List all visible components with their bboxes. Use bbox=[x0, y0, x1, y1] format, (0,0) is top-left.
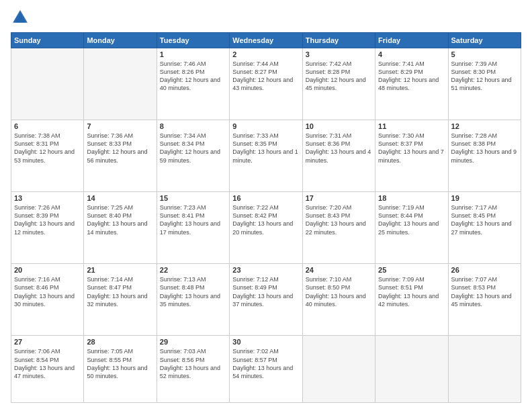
day-number: 3 bbox=[306, 50, 372, 58]
day-info: Sunrise: 7:46 AM Sunset: 8:26 PM Dayligh… bbox=[160, 60, 226, 93]
calendar-cell: 1Sunrise: 7:46 AM Sunset: 8:26 PM Daylig… bbox=[157, 48, 229, 120]
day-info: Sunrise: 7:34 AM Sunset: 8:34 PM Dayligh… bbox=[160, 132, 226, 165]
weekday-header-saturday: Saturday bbox=[448, 33, 521, 48]
day-number: 14 bbox=[87, 194, 153, 202]
day-number: 15 bbox=[160, 194, 226, 202]
day-number: 8 bbox=[160, 122, 226, 130]
calendar-cell bbox=[84, 48, 157, 120]
day-info: Sunrise: 7:42 AM Sunset: 8:28 PM Dayligh… bbox=[306, 60, 372, 93]
calendar-cell: 22Sunrise: 7:13 AM Sunset: 8:48 PM Dayli… bbox=[157, 264, 229, 336]
calendar-week-row: 27Sunrise: 7:06 AM Sunset: 8:54 PM Dayli… bbox=[11, 336, 521, 403]
weekday-header-sunday: Sunday bbox=[11, 33, 84, 48]
day-number: 20 bbox=[14, 266, 81, 274]
day-info: Sunrise: 7:12 AM Sunset: 8:49 PM Dayligh… bbox=[232, 275, 299, 308]
day-info: Sunrise: 7:02 AM Sunset: 8:57 PM Dayligh… bbox=[232, 347, 299, 380]
day-number: 18 bbox=[378, 194, 445, 202]
calendar-cell: 7Sunrise: 7:36 AM Sunset: 8:33 PM Daylig… bbox=[84, 120, 157, 192]
day-number: 6 bbox=[14, 122, 81, 130]
calendar-week-row: 20Sunrise: 7:16 AM Sunset: 8:46 PM Dayli… bbox=[11, 264, 521, 336]
day-number: 22 bbox=[160, 266, 226, 274]
day-info: Sunrise: 7:10 AM Sunset: 8:50 PM Dayligh… bbox=[306, 275, 372, 308]
page: SundayMondayTuesdayWednesdayThursdayFrid… bbox=[0, 0, 532, 411]
calendar-cell: 9Sunrise: 7:33 AM Sunset: 8:35 PM Daylig… bbox=[230, 120, 302, 192]
calendar-cell: 2Sunrise: 7:44 AM Sunset: 8:27 PM Daylig… bbox=[230, 48, 302, 120]
day-number: 30 bbox=[232, 338, 299, 346]
calendar-cell: 14Sunrise: 7:25 AM Sunset: 8:40 PM Dayli… bbox=[84, 192, 157, 264]
calendar-week-row: 13Sunrise: 7:26 AM Sunset: 8:39 PM Dayli… bbox=[11, 192, 521, 264]
calendar-week-row: 1Sunrise: 7:46 AM Sunset: 8:26 PM Daylig… bbox=[11, 48, 521, 120]
weekday-header-monday: Monday bbox=[84, 33, 157, 48]
calendar-cell: 13Sunrise: 7:26 AM Sunset: 8:39 PM Dayli… bbox=[11, 192, 84, 264]
day-info: Sunrise: 7:20 AM Sunset: 8:43 PM Dayligh… bbox=[306, 203, 372, 236]
day-number: 25 bbox=[378, 266, 445, 274]
day-info: Sunrise: 7:23 AM Sunset: 8:41 PM Dayligh… bbox=[160, 203, 226, 236]
calendar-cell: 6Sunrise: 7:38 AM Sunset: 8:31 PM Daylig… bbox=[11, 120, 84, 192]
calendar-cell: 11Sunrise: 7:30 AM Sunset: 8:37 PM Dayli… bbox=[375, 120, 448, 192]
calendar-cell: 26Sunrise: 7:07 AM Sunset: 8:53 PM Dayli… bbox=[448, 264, 521, 336]
day-info: Sunrise: 7:26 AM Sunset: 8:39 PM Dayligh… bbox=[14, 203, 81, 236]
day-number: 9 bbox=[232, 122, 299, 130]
day-number: 27 bbox=[14, 338, 81, 346]
weekday-header-tuesday: Tuesday bbox=[157, 33, 229, 48]
calendar-cell: 3Sunrise: 7:42 AM Sunset: 8:28 PM Daylig… bbox=[302, 48, 375, 120]
calendar-cell: 17Sunrise: 7:20 AM Sunset: 8:43 PM Dayli… bbox=[302, 192, 375, 264]
calendar-cell bbox=[302, 336, 375, 403]
calendar-week-row: 6Sunrise: 7:38 AM Sunset: 8:31 PM Daylig… bbox=[11, 120, 521, 192]
day-info: Sunrise: 7:28 AM Sunset: 8:38 PM Dayligh… bbox=[451, 132, 518, 165]
day-info: Sunrise: 7:39 AM Sunset: 8:30 PM Dayligh… bbox=[451, 60, 518, 93]
weekday-header-thursday: Thursday bbox=[302, 33, 375, 48]
header bbox=[11, 8, 521, 27]
calendar-cell: 15Sunrise: 7:23 AM Sunset: 8:41 PM Dayli… bbox=[157, 192, 229, 264]
day-info: Sunrise: 7:19 AM Sunset: 8:44 PM Dayligh… bbox=[378, 203, 445, 236]
day-info: Sunrise: 7:07 AM Sunset: 8:53 PM Dayligh… bbox=[451, 275, 518, 308]
calendar-cell: 16Sunrise: 7:22 AM Sunset: 8:42 PM Dayli… bbox=[230, 192, 302, 264]
day-number: 13 bbox=[14, 194, 81, 202]
calendar-cell: 4Sunrise: 7:41 AM Sunset: 8:29 PM Daylig… bbox=[375, 48, 448, 120]
calendar-cell bbox=[11, 48, 84, 120]
calendar-cell: 24Sunrise: 7:10 AM Sunset: 8:50 PM Dayli… bbox=[302, 264, 375, 336]
day-number: 11 bbox=[378, 122, 445, 130]
logo bbox=[11, 8, 32, 27]
day-number: 26 bbox=[451, 266, 518, 274]
day-info: Sunrise: 7:33 AM Sunset: 8:35 PM Dayligh… bbox=[232, 132, 299, 165]
day-number: 5 bbox=[451, 50, 518, 58]
day-info: Sunrise: 7:36 AM Sunset: 8:33 PM Dayligh… bbox=[87, 132, 153, 165]
calendar-cell: 8Sunrise: 7:34 AM Sunset: 8:34 PM Daylig… bbox=[157, 120, 229, 192]
calendar-cell: 19Sunrise: 7:17 AM Sunset: 8:45 PM Dayli… bbox=[448, 192, 521, 264]
day-info: Sunrise: 7:25 AM Sunset: 8:40 PM Dayligh… bbox=[87, 203, 153, 236]
day-info: Sunrise: 7:38 AM Sunset: 8:31 PM Dayligh… bbox=[14, 132, 81, 165]
day-number: 2 bbox=[232, 50, 299, 58]
calendar-cell: 28Sunrise: 7:05 AM Sunset: 8:55 PM Dayli… bbox=[84, 336, 157, 403]
day-info: Sunrise: 7:05 AM Sunset: 8:55 PM Dayligh… bbox=[87, 347, 153, 380]
weekday-header-row: SundayMondayTuesdayWednesdayThursdayFrid… bbox=[11, 33, 521, 48]
day-number: 29 bbox=[160, 338, 226, 346]
day-info: Sunrise: 7:03 AM Sunset: 8:56 PM Dayligh… bbox=[160, 347, 226, 380]
day-info: Sunrise: 7:17 AM Sunset: 8:45 PM Dayligh… bbox=[451, 203, 518, 236]
calendar-cell bbox=[375, 336, 448, 403]
calendar-cell: 18Sunrise: 7:19 AM Sunset: 8:44 PM Dayli… bbox=[375, 192, 448, 264]
calendar-cell: 30Sunrise: 7:02 AM Sunset: 8:57 PM Dayli… bbox=[230, 336, 302, 403]
weekday-header-friday: Friday bbox=[375, 33, 448, 48]
day-number: 7 bbox=[87, 122, 153, 130]
day-info: Sunrise: 7:13 AM Sunset: 8:48 PM Dayligh… bbox=[160, 275, 226, 308]
day-info: Sunrise: 7:44 AM Sunset: 8:27 PM Dayligh… bbox=[232, 60, 299, 93]
calendar-cell: 25Sunrise: 7:09 AM Sunset: 8:51 PM Dayli… bbox=[375, 264, 448, 336]
day-info: Sunrise: 7:30 AM Sunset: 8:37 PM Dayligh… bbox=[378, 132, 445, 165]
day-info: Sunrise: 7:06 AM Sunset: 8:54 PM Dayligh… bbox=[14, 347, 81, 380]
day-number: 12 bbox=[451, 122, 518, 130]
day-info: Sunrise: 7:14 AM Sunset: 8:47 PM Dayligh… bbox=[87, 275, 153, 308]
day-number: 4 bbox=[378, 50, 445, 58]
calendar-cell: 29Sunrise: 7:03 AM Sunset: 8:56 PM Dayli… bbox=[157, 336, 229, 403]
day-info: Sunrise: 7:41 AM Sunset: 8:29 PM Dayligh… bbox=[378, 60, 445, 93]
day-number: 10 bbox=[306, 122, 372, 130]
calendar-cell bbox=[448, 336, 521, 403]
day-number: 1 bbox=[160, 50, 226, 58]
day-number: 21 bbox=[87, 266, 153, 274]
calendar-cell: 21Sunrise: 7:14 AM Sunset: 8:47 PM Dayli… bbox=[84, 264, 157, 336]
calendar-cell: 10Sunrise: 7:31 AM Sunset: 8:36 PM Dayli… bbox=[302, 120, 375, 192]
calendar-cell: 20Sunrise: 7:16 AM Sunset: 8:46 PM Dayli… bbox=[11, 264, 84, 336]
day-info: Sunrise: 7:31 AM Sunset: 8:36 PM Dayligh… bbox=[306, 132, 372, 165]
calendar-cell: 5Sunrise: 7:39 AM Sunset: 8:30 PM Daylig… bbox=[448, 48, 521, 120]
calendar-cell: 12Sunrise: 7:28 AM Sunset: 8:38 PM Dayli… bbox=[448, 120, 521, 192]
day-number: 24 bbox=[306, 266, 372, 274]
